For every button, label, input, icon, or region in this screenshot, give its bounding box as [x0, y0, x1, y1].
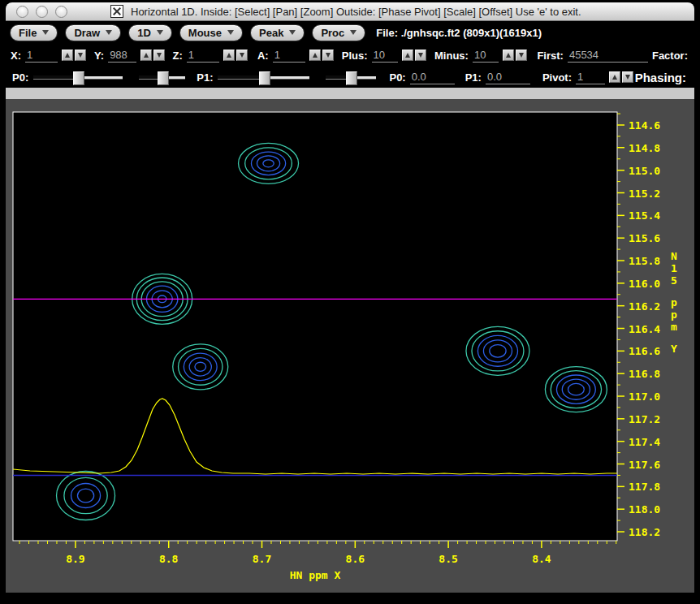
window-title: Horizontal 1D. Inside: [Select] [Pan] [Z…: [131, 6, 581, 18]
oned-menu-label: 1D: [137, 27, 151, 39]
spinner-down-button[interactable]: [622, 71, 633, 83]
y-axis: 114.6114.8115.0115.2115.4115.6115.8116.0…: [617, 114, 677, 538]
spinner-down-button[interactable]: [75, 50, 86, 61]
x-tick-label: 8.8: [159, 553, 179, 565]
y-tick-label: 116.8: [629, 368, 660, 380]
y-plane-input[interactable]: 988: [108, 49, 136, 63]
p0-slider-label: P0:: [12, 71, 28, 84]
plus-contours-spinner: [402, 50, 426, 61]
y-tick-label: 116.2: [629, 300, 660, 313]
p0-value-label: P0:: [389, 71, 405, 84]
slider-thumb[interactable]: [259, 71, 270, 85]
y-tick-label: 118.2: [629, 526, 660, 538]
file-menu-button[interactable]: File: [10, 24, 58, 41]
y-tick-label: 117.0: [629, 390, 660, 403]
x-tick-label: 8.5: [439, 553, 457, 565]
p1-coarse-slider[interactable]: [218, 71, 309, 84]
slider-track-filled: [218, 76, 264, 80]
a-plane-label: A:: [257, 50, 269, 62]
pivot-input[interactable]: 1: [576, 71, 605, 84]
z-plane-input[interactable]: 1: [187, 49, 219, 63]
spinner-down-button[interactable]: [516, 50, 527, 61]
y-tick-label: 116.0: [629, 278, 660, 290]
spinner-up-button[interactable]: [609, 71, 620, 83]
minus-contours-spinner: [503, 50, 527, 61]
y-tick-label: 114.8: [629, 142, 660, 154]
spectrum-canvas[interactable]: 8.98.88.78.68.58.4HN ppm X114.6114.8115.…: [6, 99, 694, 593]
down-arrow-icon: [519, 53, 524, 58]
p0-value-input[interactable]: 0.0: [410, 71, 455, 84]
up-arrow-icon: [612, 75, 617, 80]
y-axis-title-char: 1: [671, 262, 677, 274]
menubar: File Draw 1D Mouse Peak Proc File: ./gnh…: [6, 21, 694, 44]
down-arrow-icon: [326, 53, 331, 58]
spinner-up-button[interactable]: [140, 50, 152, 61]
p0-coarse-slider[interactable]: [33, 71, 123, 84]
plus-contours-input[interactable]: 10: [372, 49, 399, 63]
p1-value-input[interactable]: 0.0: [486, 71, 530, 84]
x-tick-label: 8.7: [253, 553, 271, 565]
minus-contours-input[interactable]: 10: [473, 49, 499, 63]
x-axis: 8.98.88.78.68.58.4HN ppm X: [19, 541, 616, 581]
p1-slider-label: P1:: [197, 71, 213, 84]
z-plane-spinner: [223, 50, 248, 61]
peak-menu-label: Peak: [259, 27, 283, 39]
p1-value-label: P1:: [465, 71, 482, 84]
y-tick-label: 117.6: [629, 459, 660, 471]
y-tick-label: 115.2: [629, 188, 660, 200]
close-window-icon[interactable]: [16, 6, 28, 18]
first-contour-input[interactable]: 45534: [568, 49, 648, 63]
mouse-menu-button[interactable]: Mouse: [179, 24, 243, 41]
spinner-up-button[interactable]: [309, 50, 321, 61]
slider-thumb[interactable]: [73, 71, 84, 85]
slider-track-filled: [33, 76, 78, 80]
draw-menu-label: Draw: [74, 27, 100, 39]
a-plane-input[interactable]: 1: [273, 49, 305, 63]
dropdown-arrow-icon: [289, 30, 296, 35]
up-arrow-icon: [144, 53, 149, 58]
p0-fine-slider[interactable]: [139, 71, 185, 84]
proc-menu-button[interactable]: Proc: [312, 24, 365, 41]
y-axis-title-char: p: [671, 296, 677, 308]
y-plane-label: Y:: [94, 50, 104, 62]
first-contour-label: First:: [537, 50, 564, 62]
factor-label: Factor:: [652, 50, 688, 62]
spinner-up-button[interactable]: [223, 50, 235, 61]
spinner-down-button[interactable]: [415, 50, 426, 61]
y-tick-label: 118.0: [629, 503, 660, 516]
x11-app-icon: [110, 5, 123, 18]
proc-menu-label: Proc: [321, 27, 344, 39]
y-tick-label: 115.0: [629, 165, 660, 177]
mouse-menu-label: Mouse: [188, 27, 222, 39]
dropdown-arrow-icon: [227, 30, 234, 35]
x-plane-spinner: [62, 50, 86, 61]
minimize-window-icon[interactable]: [36, 6, 48, 18]
draw-menu-button[interactable]: Draw: [65, 24, 121, 41]
y-axis-title-char: m: [671, 321, 677, 333]
spinner-up-button[interactable]: [402, 50, 413, 61]
y-tick-label: 115.4: [629, 209, 660, 222]
peak-menu-button[interactable]: Peak: [250, 24, 305, 41]
window-titlebar[interactable]: Horizontal 1D. Inside: [Select] [Pan] [Z…: [6, 2, 694, 21]
spinner-up-button[interactable]: [503, 50, 514, 61]
spinner-down-button[interactable]: [153, 50, 165, 61]
spinner-up-button[interactable]: [62, 50, 73, 61]
p1-fine-slider[interactable]: [326, 71, 376, 84]
file-path-value: ./gnhsqc.ft2 (809x1)(1619x1): [401, 27, 542, 39]
z-plane-label: Z:: [173, 50, 183, 62]
y-plane-spinner: [140, 50, 165, 61]
phasing-label: Phasing:: [635, 71, 686, 84]
spinner-down-button[interactable]: [236, 50, 248, 61]
slider-thumb[interactable]: [158, 71, 169, 85]
slider-thumb[interactable]: [346, 71, 357, 85]
x-plane-input[interactable]: 1: [25, 49, 58, 63]
dropdown-arrow-icon: [350, 30, 356, 35]
oned-menu-button[interactable]: 1D: [128, 24, 172, 41]
dropdown-arrow-icon: [157, 30, 163, 35]
spinner-down-button[interactable]: [322, 50, 334, 61]
down-arrow-icon: [157, 53, 162, 58]
up-arrow-icon: [313, 53, 318, 58]
down-arrow-icon: [625, 75, 630, 80]
zoom-window-icon[interactable]: [55, 6, 67, 18]
spectrum-area: 8.98.88.78.68.58.4HN ppm X114.6114.8115.…: [6, 99, 694, 593]
